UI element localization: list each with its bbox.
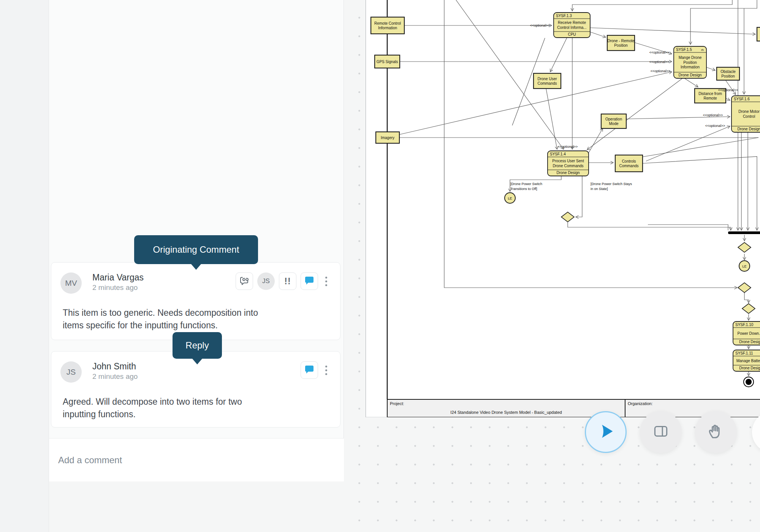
- originating-comment-tooltip: Originating Comment: [134, 235, 258, 264]
- kebab-dot: [325, 277, 327, 279]
- allocation-label: CPU: [568, 32, 576, 36]
- left-gutter: [0, 0, 49, 532]
- function-code: SYSF.1.4: [550, 152, 566, 156]
- add-comment-input[interactable]: Add a comment: [49, 438, 344, 481]
- sysf-1-10[interactable]: SYSF.1.10Power Down...Drone Desig: [733, 321, 760, 345]
- allocation-label: Drone Desig: [739, 366, 760, 370]
- right-edge-stub[interactable]: [757, 27, 760, 41]
- comment-bubble-icon: [304, 364, 315, 376]
- diagram-sheet[interactable]: Project:I24 Standalone Video Drone Syste…: [366, 0, 760, 417]
- comment-menu-button[interactable]: [323, 363, 329, 378]
- comment-actions: [301, 361, 329, 379]
- pan-tool-button[interactable]: [695, 411, 737, 453]
- annotation: <<optional>>: [530, 24, 550, 27]
- annotation: <<optional>>: [718, 88, 738, 92]
- kebab-dot: [325, 280, 327, 282]
- diagram-label: Drone Commands: [553, 164, 583, 168]
- diagram-label: Imagery: [381, 136, 394, 140]
- annotation: [Drone Power Switch: [510, 182, 542, 186]
- diagram-label: Information: [378, 26, 397, 30]
- select-tool-button[interactable]: [585, 411, 627, 453]
- comment-body: This item is too generic. Needs decompos…: [63, 307, 329, 332]
- author-block: John Smith 2 minutes ago: [92, 361, 138, 381]
- annotation: <<optional>>: [703, 113, 723, 117]
- annotation: in on State]: [591, 187, 608, 191]
- remote-control-information[interactable]: Remote ControlInformation: [371, 17, 404, 34]
- rake-flag-icon: rh: [701, 48, 704, 52]
- annotation: <<optional>>: [558, 145, 578, 149]
- diagram-label: Control: [743, 114, 755, 119]
- kebab-dot: [325, 284, 327, 286]
- diagram-canvas[interactable]: Project:I24 Standalone Video Drone Syste…: [344, 0, 760, 532]
- diagram-label: Obstacle: [720, 70, 736, 74]
- annotation: Transitions to Off]: [510, 187, 537, 191]
- function-code: SYSF.1.10: [735, 323, 754, 327]
- diagram-label: Control Informa...: [557, 25, 586, 30]
- comment-body: Agreed. Will decompose into two items fo…: [63, 396, 329, 421]
- controls-commands[interactable]: ControlsCommands: [615, 155, 643, 172]
- diagram-label: Manage Batte...: [736, 359, 760, 363]
- drone-user-commands[interactable]: Drone UserCommands: [534, 73, 561, 89]
- comment-link-button[interactable]: [236, 272, 253, 290]
- diagram-label: Drone - Remote: [607, 39, 635, 43]
- function-code: SYSF.1.11: [735, 351, 753, 355]
- final-node[interactable]: [744, 377, 754, 387]
- sysf-1-3[interactable]: SYSF.1.3Receive RemoteControl Informa...…: [554, 13, 590, 38]
- comment-bubble-button[interactable]: [301, 272, 318, 290]
- avatar: JS: [60, 361, 82, 383]
- diagram-label: Remote: [703, 96, 717, 100]
- drone-remote-position[interactable]: Drone - RemotePosition: [607, 35, 635, 51]
- allocation-label: Drone Design: [678, 73, 701, 77]
- author-name: John Smith: [92, 361, 138, 372]
- annotation: <<optional>>: [649, 60, 670, 64]
- sysf-1-6[interactable]: SYSF.1.6Drone MotorControlDrone Design: [732, 96, 760, 132]
- hidden-tool-button[interactable]: [752, 411, 760, 453]
- split-view-button[interactable]: [640, 411, 682, 453]
- cursor-play-icon: [596, 421, 616, 443]
- diagram-label: Mange Drone: [679, 55, 702, 60]
- diagram-label: Operation: [605, 117, 622, 121]
- imagery[interactable]: Imagery: [376, 132, 399, 143]
- organization-label: Organization:: [628, 401, 652, 406]
- annotation: <<optional>>: [649, 51, 670, 54]
- join-bar[interactable]: [728, 231, 760, 234]
- diagram-label: Drone Motor: [738, 109, 760, 114]
- project-label: Project:: [390, 401, 404, 406]
- participant-initials: JS: [262, 277, 270, 285]
- split-panel-icon: [651, 422, 670, 442]
- sysf-1-11[interactable]: SYSF.1.11Manage Batte...Drone Desig: [733, 350, 760, 371]
- comment-link-icon: [239, 275, 250, 287]
- author-name: Maria Vargas: [92, 272, 144, 283]
- kebab-dot: [325, 366, 327, 367]
- diagram-label: Process User Sent: [552, 159, 584, 163]
- diagram-label: Controls: [622, 159, 636, 163]
- sysf-1-4[interactable]: SYSF.1.4Process User SentDrone CommandsD…: [548, 151, 589, 176]
- diagram-label: Commands: [537, 81, 557, 86]
- function-code: SYSF.1.6: [734, 97, 750, 101]
- add-comment-placeholder: Add a comment: [58, 455, 122, 466]
- gps-signals[interactable]: GPS Signals: [375, 55, 400, 68]
- obstacle-position[interactable]: ObstaclePosition: [717, 67, 739, 80]
- operation-mode[interactable]: OperationMode: [601, 114, 626, 128]
- comment-bubble-button[interactable]: [301, 361, 318, 379]
- annotation: <<optional>>: [705, 124, 725, 128]
- priority-button[interactable]: !!: [279, 272, 296, 290]
- comment-timestamp: 2 minutes ago: [92, 283, 144, 292]
- diagram-label: LE: [508, 196, 512, 200]
- allocation-label: Drone Desig: [739, 340, 760, 344]
- loop-exit-2[interactable]: LE: [739, 261, 750, 271]
- sysf-1-5[interactable]: SYSF.1.5rhMange DronePositionInformation…: [674, 46, 706, 78]
- diagram-label: Information: [681, 65, 700, 69]
- comment-card-originating[interactable]: MV Maria Vargas 2 minutes ago: [51, 262, 340, 340]
- diagram-label: GPS Signals: [377, 60, 398, 64]
- comment-bubble-icon: [304, 275, 315, 287]
- allocation-label: Drone Design: [737, 127, 760, 131]
- avatar-initials: MV: [65, 279, 77, 288]
- kebab-dot: [325, 373, 327, 375]
- annotation: [Drone Power Switch Stays: [591, 182, 632, 186]
- comment-menu-button[interactable]: [323, 274, 329, 289]
- comment-actions: JS !!: [236, 272, 329, 290]
- diagram-label: LE: [742, 264, 746, 268]
- loop-exit-1[interactable]: LE: [505, 193, 515, 203]
- hand-icon: [706, 422, 725, 442]
